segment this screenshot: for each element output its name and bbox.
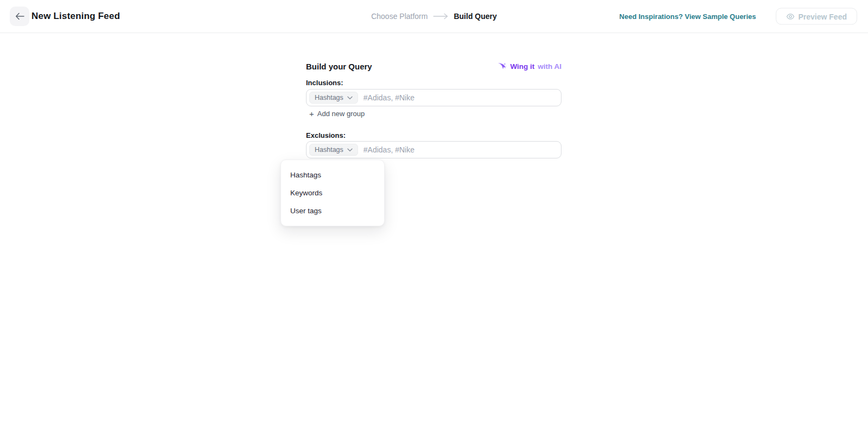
preview-feed-label: Preview Feed bbox=[799, 12, 847, 21]
preview-feed-button[interactable]: Preview Feed bbox=[776, 8, 858, 25]
ai-link-rest: with AI bbox=[538, 62, 561, 71]
inclusions-type-selector[interactable]: Hashtags bbox=[309, 92, 358, 104]
inclusions-label: Inclusions: bbox=[306, 79, 343, 87]
step-build-query: Build Query bbox=[454, 12, 496, 21]
dropdown-item-hashtags[interactable]: Hashtags bbox=[281, 166, 384, 184]
header: New Listening Feed Choose Platform Build… bbox=[0, 0, 868, 33]
inclusions-input-group: Hashtags bbox=[306, 89, 561, 106]
view-sample-queries-link[interactable]: Need Inspirations? View Sample Queries bbox=[620, 12, 756, 21]
plus-icon: + bbox=[309, 110, 314, 118]
builder-header-row: Build your Query Wing it with AI bbox=[306, 62, 561, 71]
exclusions-input-group: Hashtags bbox=[306, 141, 561, 158]
eye-icon bbox=[786, 12, 795, 20]
dropdown-item-user-tags[interactable]: User tags bbox=[281, 202, 384, 220]
add-new-group-label: Add new group bbox=[317, 110, 365, 118]
exclusions-type-selector[interactable]: Hashtags bbox=[309, 144, 358, 156]
chevron-down-icon bbox=[347, 96, 353, 100]
dropdown-item-keywords[interactable]: Keywords bbox=[281, 184, 384, 202]
exclusions-tags-input[interactable] bbox=[363, 142, 558, 158]
type-selector-dropdown: Hashtags Keywords User tags bbox=[280, 160, 385, 226]
builder-title: Build your Query bbox=[306, 62, 372, 71]
chevron-down-icon bbox=[347, 148, 353, 152]
back-button[interactable] bbox=[10, 7, 29, 26]
inclusions-tags-input[interactable] bbox=[363, 90, 558, 106]
add-new-group-button[interactable]: + Add new group bbox=[309, 110, 365, 118]
breadcrumb-steps: Choose Platform Build Query bbox=[371, 12, 497, 21]
wing-sparkle-icon bbox=[497, 62, 507, 71]
long-arrow-right-icon bbox=[433, 13, 448, 20]
page-title: New Listening Feed bbox=[31, 11, 120, 22]
exclusions-label: Exclusions: bbox=[306, 131, 346, 139]
inclusions-type-value: Hashtags bbox=[315, 94, 343, 101]
step-choose-platform[interactable]: Choose Platform bbox=[371, 12, 427, 21]
exclusions-type-value: Hashtags bbox=[315, 146, 343, 154]
arrow-left-icon bbox=[15, 12, 24, 20]
header-right: Need Inspirations? View Sample Queries P… bbox=[620, 8, 857, 25]
ai-link-bold: Wing it bbox=[510, 62, 534, 71]
wing-it-with-ai-link[interactable]: Wing it with AI bbox=[497, 62, 561, 71]
main-content: Build your Query Wing it with AI Inclusi… bbox=[0, 33, 868, 433]
